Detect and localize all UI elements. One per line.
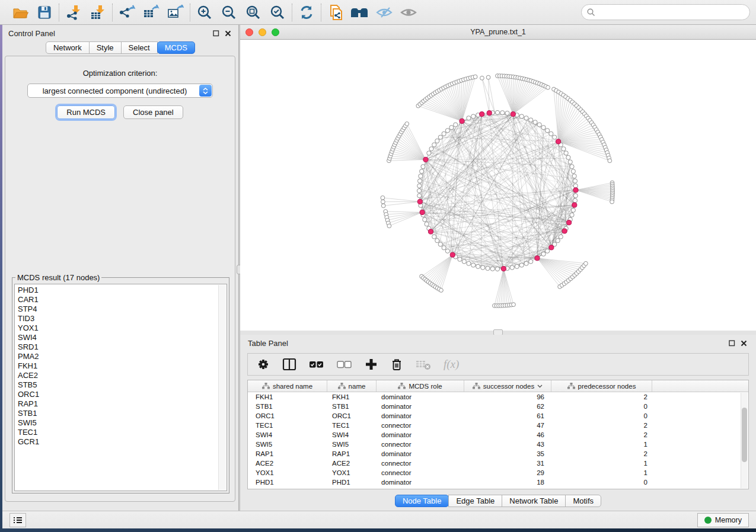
close-panel-button-mcds[interactable]: Close panel: [123, 105, 183, 119]
table-cell: 46: [464, 431, 551, 438]
table-settings-button[interactable]: [257, 357, 270, 372]
import-network-button[interactable]: [64, 3, 83, 22]
table-row[interactable]: PHD1PHD1dominator180: [248, 477, 748, 487]
tab-edge-table[interactable]: Edge Table: [448, 495, 502, 507]
delete-table-button[interactable]: [416, 357, 431, 372]
mcds-result-item[interactable]: ACE2: [18, 371, 227, 380]
plus-icon: [365, 358, 378, 371]
export-table-button[interactable]: [142, 3, 161, 22]
mcds-result-item[interactable]: YOX1: [18, 323, 227, 333]
search-input[interactable]: [598, 8, 744, 17]
network-canvas[interactable]: [240, 40, 756, 331]
close-icon: [225, 31, 230, 36]
search-box: [581, 4, 750, 20]
tab-mcds[interactable]: MCDS: [157, 41, 195, 54]
table-row[interactable]: SWI5SWI5connector431: [248, 440, 748, 449]
column-visibility-button[interactable]: [282, 357, 296, 372]
column-header-shared-name[interactable]: shared name: [248, 380, 327, 392]
mcds-result-item[interactable]: STB1: [18, 409, 227, 418]
refresh-button[interactable]: [297, 3, 316, 22]
select-all-button[interactable]: [309, 357, 324, 372]
table-cell: YOX1: [327, 469, 377, 476]
table-cell: 2: [551, 431, 652, 438]
table-cell: PHD1: [327, 479, 377, 486]
mcds-result-item[interactable]: PHD1: [18, 286, 227, 295]
close-panel-button[interactable]: [223, 28, 232, 38]
zoom-selected-icon: [270, 5, 285, 20]
zoom-out-button[interactable]: [219, 3, 238, 22]
mcds-result-item[interactable]: SWI5: [18, 418, 227, 428]
mcds-result-item[interactable]: CAR1: [18, 295, 227, 305]
mcds-result-item[interactable]: TID3: [18, 314, 227, 323]
search-binoculars-button[interactable]: [350, 3, 369, 22]
criterion-dropdown[interactable]: largest connected component (undirected): [27, 84, 213, 98]
tab-node-table[interactable]: Node Table: [395, 495, 449, 507]
table-row[interactable]: TEC1TEC1connector472: [248, 421, 748, 430]
mcds-result-item[interactable]: GCR1: [18, 437, 227, 447]
zoom-fit-button[interactable]: [244, 3, 263, 22]
task-history-button[interactable]: [9, 513, 26, 527]
control-panel: Control Panel NetworkStyleSelectMCDS Opt…: [2, 25, 238, 511]
function-builder-button[interactable]: f(x): [444, 357, 459, 372]
mcds-result-item[interactable]: FKH1: [18, 361, 227, 371]
memory-button[interactable]: Memory: [697, 513, 749, 527]
export-network-button[interactable]: [117, 3, 136, 22]
tab-select[interactable]: Select: [121, 41, 158, 54]
zoom-in-button[interactable]: [195, 3, 214, 22]
column-header-name[interactable]: name: [327, 380, 377, 392]
network-window-titlebar[interactable]: YPA_prune.txt_1: [240, 25, 756, 40]
table-row[interactable]: ACE2ACE2connector311: [248, 459, 748, 468]
table-scrollbar[interactable]: [741, 393, 748, 488]
table-row[interactable]: YOX1YOX1connector291: [248, 468, 748, 477]
column-header-MCDS-role[interactable]: MCDS role: [377, 380, 464, 392]
export-image-button[interactable]: [166, 3, 185, 22]
show-all-button[interactable]: [399, 3, 418, 22]
mcds-result-item[interactable]: STB5: [18, 380, 227, 390]
deselect-all-button[interactable]: [337, 357, 352, 372]
table-cell: ACE2: [248, 460, 327, 467]
save-button[interactable]: [35, 3, 54, 22]
float-icon: [729, 341, 735, 346]
float-panel-button[interactable]: [211, 28, 221, 38]
table-cell: 47: [464, 422, 551, 429]
run-mcds-button[interactable]: Run MCDS: [57, 105, 115, 119]
column-header-predecessor-nodes[interactable]: predecessor nodes: [551, 380, 652, 392]
table-row[interactable]: ORC1ORC1dominator610: [248, 411, 748, 421]
table-row[interactable]: RAP1RAP1dominator352: [248, 449, 748, 459]
add-column-button[interactable]: [365, 357, 378, 372]
zoom-selected-button[interactable]: [268, 3, 287, 22]
tab-network[interactable]: Network: [46, 41, 90, 54]
table-cell: SWI4: [327, 431, 377, 438]
table-scrollbar-thumb[interactable]: [742, 408, 747, 462]
table-cell: TEC1: [327, 422, 377, 429]
mcds-result-item[interactable]: SRD1: [18, 342, 227, 352]
mcds-result-item[interactable]: RAP1: [18, 399, 227, 409]
table-row[interactable]: FKH1FKH1dominator962: [248, 392, 748, 402]
panel-splitter-horizontal[interactable]: [240, 331, 756, 335]
mcds-result-item[interactable]: TEC1: [18, 428, 227, 437]
table-cell: connector: [377, 469, 464, 476]
mcds-result-item[interactable]: SWI4: [18, 333, 227, 342]
table-row[interactable]: STB1STB1dominator620: [248, 402, 748, 411]
hide-selected-button[interactable]: [375, 3, 394, 22]
table-panel-header: Table Panel: [240, 335, 756, 351]
mcds-result-item[interactable]: STP4: [18, 305, 227, 314]
columns-icon: [282, 358, 296, 371]
mcds-result-item[interactable]: ORC1: [18, 390, 227, 399]
node-table: shared namenameMCDS rolesuccessor nodesp…: [247, 380, 749, 489]
network-graph[interactable]: [240, 40, 756, 331]
table-row[interactable]: SWI4SWI4dominator462: [248, 430, 748, 440]
open-file-button[interactable]: [11, 3, 30, 22]
tab-network-table[interactable]: Network Table: [502, 495, 566, 507]
tab-style[interactable]: Style: [89, 41, 122, 54]
close-table-panel-button[interactable]: [739, 338, 748, 348]
tab-motifs[interactable]: Motifs: [565, 495, 601, 507]
mcds-result-item[interactable]: PMA2: [18, 352, 227, 361]
binoculars-icon: [350, 5, 370, 20]
delete-column-button[interactable]: [390, 357, 403, 372]
float-table-panel-button[interactable]: [727, 338, 736, 348]
import-table-button[interactable]: [88, 3, 107, 22]
mcds-list-scrollbar[interactable]: [218, 285, 226, 490]
column-header-successor-nodes[interactable]: successor nodes: [464, 380, 551, 392]
clone-network-button[interactable]: [326, 3, 345, 22]
